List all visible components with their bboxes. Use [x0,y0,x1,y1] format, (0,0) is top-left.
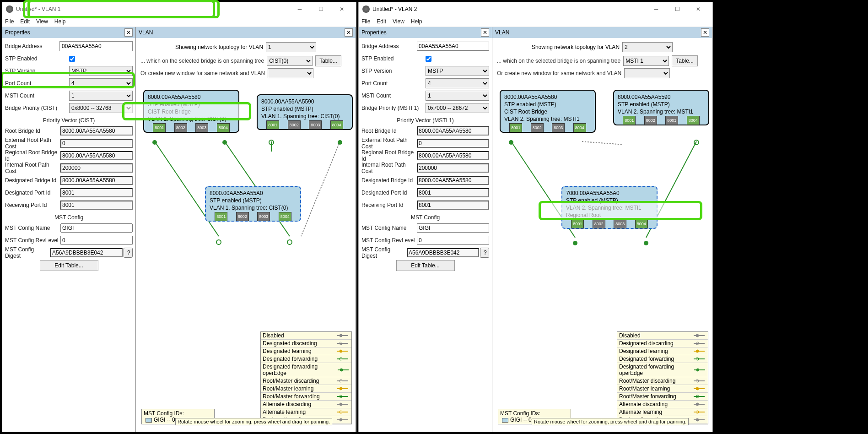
tooltip: Rotate mouse wheel for zooming, press wh… [532,418,689,425]
port[interactable]: 8003 [195,123,208,132]
port-count-select[interactable]: 4 [426,78,489,88]
close-button[interactable]: ✕ [688,2,709,16]
menu-view[interactable]: View [393,18,404,25]
titlebar[interactable]: Untitled* - VLAN 1 ─ ☐ ✕ [2,2,356,16]
port[interactable]: 8003 [309,120,322,130]
titlebar[interactable]: Untitled* - VLAN 2 ─ ☐ ✕ [359,2,712,16]
port[interactable]: 8003 [552,123,565,132]
port[interactable]: 8003 [257,212,270,221]
menu-help[interactable]: Help [54,18,66,25]
msti-count-select[interactable]: 1 [69,91,133,101]
vlan-select[interactable]: 2 [622,42,673,52]
edit-table-button[interactable]: Edit Table... [40,260,98,271]
port[interactable]: 8001 [623,116,636,125]
svg-point-15 [340,350,342,353]
external-root-cost [417,139,489,148]
root-bridge-id [417,126,489,136]
minimize-button[interactable]: ─ [289,2,310,16]
port[interactable]: 8004 [687,116,700,125]
legend-row: Alternate learning [261,408,351,416]
port[interactable]: 8003 [614,219,626,228]
port-count-select[interactable]: 4 [69,78,133,88]
port[interactable]: 8002 [593,219,605,228]
stp-version-select[interactable]: MSTP [426,66,489,76]
stp-enabled-label: STP Enabled [5,55,69,62]
table-button[interactable]: Table... [672,55,698,66]
new-window-select[interactable] [268,68,313,78]
svg-point-8 [216,240,221,244]
menu-view[interactable]: View [36,18,48,25]
mst-config-digest [50,248,123,257]
bridge-5590[interactable]: 8000.00AA55AA5590 STP enabled (MSTP) VLA… [257,94,353,130]
msti-count-select[interactable]: 1 [426,91,489,101]
svg-point-52 [696,387,699,390]
mst-config-revlevel[interactable] [60,236,133,245]
spanning-tree-label: ... which on the selected bridge is on s… [140,58,264,64]
port[interactable]: 8002 [288,120,301,130]
bridge-address-input[interactable] [59,41,133,51]
maximize-button[interactable]: ☐ [310,2,331,16]
bridge-5580[interactable]: 8000.00AA55AA5580 STP enabled (MSTP) CIS… [500,90,596,133]
port[interactable]: 8003 [665,116,678,125]
port[interactable]: 8004 [217,123,230,132]
regional-root-id [417,151,489,160]
port[interactable]: 8004 [635,219,648,228]
priority-vector-title: Priority Vector (MSTI 1) [361,117,489,124]
port[interactable]: 8001 [215,212,227,221]
mst-config-name[interactable] [417,223,489,233]
edit-table-button[interactable]: Edit Table... [396,260,455,271]
close-button[interactable]: ✕ [331,2,352,16]
port[interactable]: 8004 [330,120,343,130]
spanning-tree-select[interactable]: CIST(0) [267,56,313,66]
topology-canvas[interactable]: 8000.00AA55AA5580 STP enabled (MSTP) CIS… [495,83,709,429]
port[interactable]: 8002 [644,116,657,125]
app-icon [6,5,13,13]
digest-help-button[interactable]: ? [480,248,489,258]
svg-point-27 [340,403,342,406]
close-panel-icon[interactable]: ✕ [124,28,133,37]
stp-version-select[interactable]: MSTP [69,66,133,76]
menu-file[interactable]: File [5,18,14,25]
svg-point-44 [696,350,699,353]
mst-config-name[interactable] [60,223,133,233]
port[interactable]: 8002 [531,123,544,132]
svg-point-38 [644,241,648,245]
digest-help-button[interactable]: ? [124,248,133,258]
topology-canvas[interactable]: 8000.00AA55AA5580 STP enabled (MSTP) CIS… [139,83,353,429]
port[interactable]: 8001 [153,123,166,132]
port[interactable]: 8004 [279,212,291,221]
bridge-priority-select[interactable]: 0x8000 -- 32768 [69,103,133,113]
maximize-button[interactable]: ☐ [667,2,688,16]
port[interactable]: 8001 [266,120,279,130]
port[interactable]: 8002 [236,212,249,221]
spanning-tree-select[interactable]: MSTI 1 [623,56,669,66]
mst-config-revlevel[interactable] [417,236,489,245]
port[interactable]: 8002 [174,123,187,132]
close-panel-icon[interactable]: ✕ [345,28,353,37]
close-panel-icon[interactable]: ✕ [701,28,709,37]
minimize-button[interactable]: ─ [646,2,667,16]
bridge-55a0[interactable]: 8000.00AA55AA55A0 STP enabled (MSTP) VLA… [205,186,301,222]
bridge-5590[interactable]: 8000.00AA55AA5590 STP enabled (MSTP) VLA… [613,90,709,125]
menu-edit[interactable]: Edit [377,18,386,25]
menu-edit[interactable]: Edit [20,18,30,25]
close-panel-icon[interactable]: ✕ [481,28,489,37]
bridge-55a0[interactable]: 7000.00AA55AA55A0 STP enabled (MSTP) VLA… [561,186,658,229]
stp-enabled-checkbox[interactable] [69,56,75,62]
port[interactable]: 8001 [509,123,522,132]
menu-help[interactable]: Help [411,18,422,25]
new-window-select[interactable] [624,68,670,78]
menu-file[interactable]: File [361,18,370,25]
bridge-5580[interactable]: 8000.00AA55AA5580 STP enabled (MSTP) CIS… [143,90,239,133]
stp-enabled-checkbox[interactable] [426,56,431,62]
svg-point-9 [287,240,292,244]
svg-point-40 [696,334,699,337]
bridge-address-input[interactable] [417,42,489,51]
table-button[interactable]: Table... [315,55,341,66]
port[interactable]: 8004 [573,123,586,132]
bridge-priority-select[interactable]: 0x7000 -- 28672 [426,103,489,113]
legend-row: Alternate learning [617,408,708,416]
vlan-select[interactable]: 1 [266,42,316,52]
svg-point-19 [340,369,343,371]
port[interactable]: 8001 [571,219,584,228]
